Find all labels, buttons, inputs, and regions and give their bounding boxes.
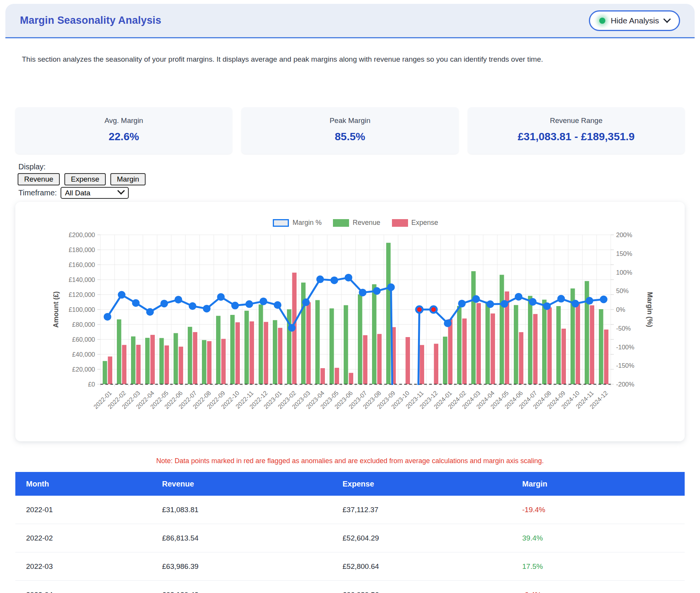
timeframe-select[interactable]: All Data	[61, 187, 129, 199]
table-row-2022-01: 2022-01£31,083.81£37,112.37-19.4%	[15, 496, 685, 524]
expense-bar	[548, 307, 552, 384]
revenue-bar	[131, 336, 136, 384]
revenue-bar	[500, 275, 504, 384]
table-header-revenue: Revenue	[151, 480, 332, 488]
expense-bar	[477, 303, 481, 384]
margin-point	[359, 289, 367, 296]
legend-item-margin-[interactable]: Margin %	[273, 219, 321, 227]
chart-card: Margin %RevenueExpense £0£20,000£40,000£…	[15, 202, 685, 441]
margin-point	[458, 300, 466, 307]
margin-cell: -19.4%	[511, 506, 685, 514]
expense-bar	[590, 305, 595, 384]
margin-point	[231, 302, 239, 310]
anomaly-point	[430, 306, 437, 313]
margin-point	[331, 277, 338, 284]
revenue-bar	[174, 333, 178, 384]
display-button-row: RevenueExpenseMargin	[18, 173, 146, 185]
margin-point	[557, 295, 565, 303]
display-button-revenue[interactable]: Revenue	[18, 173, 60, 185]
hide-analysis-button[interactable]: Hide Analysis	[589, 10, 680, 31]
expense-bar	[165, 346, 169, 384]
revenue-bar	[556, 306, 561, 384]
legend-label: Revenue	[352, 219, 380, 227]
page-title: Margin Seasonality Analysis	[20, 15, 161, 26]
svg-text:£200,000: £200,000	[69, 231, 95, 238]
svg-text:50%: 50%	[616, 287, 629, 294]
expense-bar	[349, 373, 354, 384]
revenue-cell: £31,083.81	[151, 506, 332, 514]
margin-cell: 39.4%	[511, 534, 685, 542]
revenue-bar	[117, 319, 121, 384]
chevron-down-icon	[663, 15, 671, 23]
display-button-expense[interactable]: Expense	[64, 173, 106, 185]
svg-text:£60,000: £60,000	[72, 336, 95, 343]
expense-bar	[236, 322, 240, 384]
month-cell: 2022-01	[15, 506, 151, 514]
stat-card-peak-margin: Peak Margin85.5%	[241, 107, 458, 154]
margin-point	[203, 305, 211, 313]
stat-value: 22.6%	[15, 131, 232, 143]
month-cell: 2022-04	[15, 591, 151, 593]
x-axis-labels: 2022-012022-022022-032022-042022-052022-…	[92, 390, 609, 410]
margin-point	[529, 298, 537, 306]
revenue-bar	[315, 300, 320, 384]
expense-bar	[335, 368, 339, 384]
revenue-bar	[471, 271, 476, 384]
legend-item-expense[interactable]: Expense	[392, 219, 438, 227]
expense-bar	[250, 321, 254, 384]
margin-point	[487, 300, 494, 308]
svg-text:£180,000: £180,000	[69, 246, 95, 253]
expense-bar	[491, 313, 495, 384]
expense-bar	[434, 344, 439, 384]
table-body: 2022-01£31,083.81£37,112.37-19.4%2022-02…	[15, 496, 685, 593]
revenue-bar	[301, 283, 306, 384]
revenue-bar	[159, 338, 164, 384]
svg-text:-50%: -50%	[616, 325, 631, 332]
svg-text:200%: 200%	[616, 231, 633, 238]
table-header-expense: Expense	[332, 480, 511, 488]
revenue-bar	[358, 294, 362, 384]
margin-seasonality-chart[interactable]: £0£20,000£40,000£60,000£80,000£100,000£1…	[15, 202, 685, 441]
expense-bar	[604, 329, 609, 384]
margin-point	[175, 296, 182, 303]
table-row-2022-02: 2022-02£86,813.54£52,604.2939.4%	[15, 524, 685, 552]
expense-bar	[420, 345, 425, 384]
margin-point	[515, 293, 523, 301]
stat-label: Revenue Range	[468, 116, 685, 125]
chart-legend: Margin %RevenueExpense	[100, 219, 611, 227]
margin-point	[373, 287, 381, 295]
legend-swatch	[392, 219, 408, 227]
stat-value: £31,083.81 - £189,351.9	[468, 131, 685, 143]
table-row-2022-03: 2022-03£63,986.39£52,800.6417.5%	[15, 552, 685, 581]
revenue-cell: £62,120.42	[151, 591, 332, 593]
svg-text:0%: 0%	[616, 306, 625, 313]
stat-label: Avg. Margin	[15, 116, 232, 125]
legend-label: Expense	[411, 219, 438, 227]
revenue-bar	[372, 284, 377, 384]
expense-bar	[462, 318, 467, 384]
display-label: Display:	[18, 162, 46, 171]
revenue-bar	[599, 309, 603, 384]
margin-point	[543, 302, 551, 310]
table-header-month: Month	[15, 480, 151, 488]
margin-point	[161, 300, 168, 307]
revenue-bar	[514, 305, 518, 384]
table-row-2022-04: 2022-04£62,120.42£66,080.56-6.4%	[15, 581, 685, 593]
expense-bar	[576, 303, 580, 384]
expense-cell: £52,604.29	[332, 534, 511, 542]
revenue-bar	[457, 306, 462, 384]
margin-point	[600, 295, 608, 303]
margin-point	[260, 298, 267, 305]
display-button-margin[interactable]: Margin	[110, 173, 146, 185]
margin-point	[189, 302, 197, 310]
expense-bar	[264, 322, 269, 384]
legend-swatch	[333, 219, 349, 227]
table-header-margin: Margin	[511, 480, 685, 488]
svg-text:£40,000: £40,000	[72, 351, 95, 358]
legend-item-revenue[interactable]: Revenue	[333, 219, 380, 227]
right-axis-title: Margin (%)	[646, 292, 654, 327]
margin-point	[444, 319, 452, 327]
margin-point	[316, 275, 324, 283]
margin-point	[501, 300, 508, 308]
left-axis-title: Amount (£)	[52, 292, 60, 328]
